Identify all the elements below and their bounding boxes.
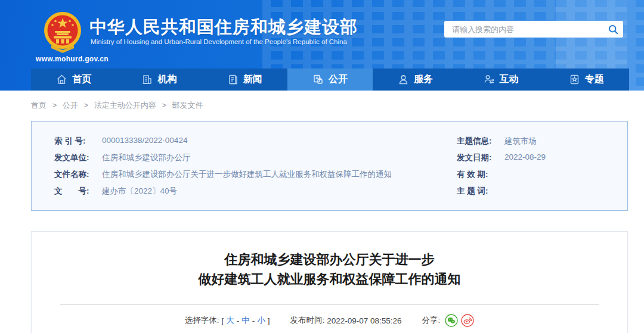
meta-label: 文件名称: — [54, 169, 98, 180]
search-box — [444, 21, 623, 38]
bracket-close: ] — [268, 316, 270, 325]
meta-value: 2022-08-29 — [504, 153, 546, 161]
document-meta-box: 索 引 号: 000013338/2022-00424 发文单位: 住房和城乡建… — [31, 121, 628, 211]
meta-row-document-name: 文件名称: 住房和城乡建设部办公厅关于进一步做好建筑工人就业服务和权益保障工作的… — [54, 169, 436, 186]
share-label: 分享: — [422, 315, 441, 326]
nav-label: 首页 — [72, 73, 91, 86]
breadcrumb-item-disclosure[interactable]: 公开 — [63, 101, 78, 110]
site-subtitle-english: Ministry of Housing and Urban-Rural Deve… — [91, 38, 347, 45]
interaction-icon — [484, 74, 495, 85]
meta-row-topic-info: 主题信息: 建筑市场 — [457, 136, 618, 153]
nav-item-disclosure[interactable]: 公开 — [287, 69, 373, 91]
meta-row-issue-date: 发文日期: 2022-08-29 — [457, 153, 618, 169]
article-toolbar: 选择字体: [ 大 - 中 - 小 ] 发布时间: 2022-09-07 08:… — [32, 314, 627, 327]
font-size-large-link[interactable]: 大 — [226, 315, 234, 326]
share-wechat-button[interactable] — [445, 314, 458, 327]
share-group: 分享: — [422, 314, 475, 327]
meta-column-left: 索 引 号: 000013338/2022-00424 发文单位: 住房和城乡建… — [54, 136, 436, 203]
nav-label: 专题 — [585, 73, 604, 86]
breadcrumb-separator: > — [162, 101, 166, 110]
nav-label: 公开 — [329, 73, 348, 86]
page: www.mohurd.gov.cn 中华人民共和国住房和城乡建设部 Minist… — [0, 0, 644, 333]
publish-time-label: 发布时间: — [290, 315, 324, 326]
meta-label: 索 引 号: — [54, 136, 98, 147]
search-input[interactable] — [444, 21, 603, 38]
nav-item-service[interactable]: 服务 — [373, 69, 458, 91]
publish-time: 发布时间: 2022-09-07 08:55:26 — [290, 315, 401, 326]
meta-column-right: 主题信息: 建筑市场 发文日期: 2022-08-29 有 效 期: 主 题 词… — [457, 136, 618, 203]
meta-label: 发文单位: — [54, 153, 98, 163]
publish-time-value: 2022-09-07 08:55:26 — [327, 316, 401, 325]
breadcrumb-item-statutory-disclosure[interactable]: 法定主动公开内容 — [94, 101, 156, 110]
nav-label: 服务 — [414, 73, 433, 86]
nav-item-organization[interactable]: 机构 — [116, 69, 202, 91]
article-title-line1: 住房和城乡建设部办公厅关于进一步 — [32, 250, 627, 269]
disclosure-icon — [312, 74, 324, 85]
title-divider — [60, 304, 599, 305]
meta-row-index-number: 索 引 号: 000013338/2022-00424 — [54, 136, 436, 153]
nav-item-topic[interactable]: 专题 — [544, 69, 629, 91]
meta-label: 文 号: — [54, 186, 98, 197]
meta-label: 主题信息: — [457, 136, 501, 147]
home-icon — [56, 74, 67, 85]
share-icons — [445, 314, 474, 327]
wechat-icon — [445, 314, 458, 327]
meta-label: 发文日期: — [457, 153, 501, 163]
article-title-line2: 做好建筑工人就业服务和权益保障工作的通知 — [32, 269, 627, 289]
meta-label: 有 效 期: — [457, 169, 501, 180]
breadcrumb: 首页 > 公开 > 法定主动公开内容 > 部发文件 — [31, 100, 203, 111]
font-selector-label: 选择字体: — [185, 315, 219, 326]
nav-label: 互动 — [500, 73, 519, 86]
share-weibo-button[interactable] — [461, 314, 474, 327]
meta-value: 住房和城乡建设部办公厅关于进一步做好建筑工人就业服务和权益保障工作的通知 — [102, 169, 392, 180]
breadcrumb-item-home[interactable]: 首页 — [31, 101, 47, 110]
font-size-small-link[interactable]: 小 — [257, 315, 265, 326]
meta-row-issuing-unit: 发文单位: 住房和城乡建设部办公厅 — [54, 153, 436, 169]
meta-label: 主 题 词: — [457, 186, 501, 197]
font-size-separator: - — [237, 316, 240, 325]
site-title: 中华人民共和国住房和城乡建设部 — [89, 15, 358, 39]
header-band: www.mohurd.gov.cn 中华人民共和国住房和城乡建设部 Minist… — [0, 0, 644, 91]
meta-value: 建办市〔2022〕40号 — [102, 186, 177, 197]
meta-value: 建筑市场 — [504, 136, 537, 147]
article-panel: 住房和城乡建设部办公厅关于进一步 做好建筑工人就业服务和权益保障工作的通知 选择… — [31, 231, 628, 333]
service-icon — [398, 74, 409, 85]
nav-label: 机构 — [157, 73, 177, 86]
nav-item-interaction[interactable]: 互动 — [458, 69, 543, 91]
meta-value: 住房和城乡建设部办公厅 — [102, 153, 191, 163]
site-url: www.mohurd.gov.cn — [36, 55, 109, 63]
search-icon — [608, 24, 618, 35]
breadcrumb-separator: > — [83, 101, 88, 110]
bracket-open: [ — [221, 316, 224, 325]
font-size-selector: 选择字体: [ 大 - 中 - 小 ] — [185, 315, 270, 326]
nav-item-home[interactable]: 首页 — [31, 69, 116, 91]
main-nav: 首页 机构 新闻 公开 — [31, 69, 629, 91]
organization-icon — [141, 74, 153, 85]
nav-label: 新闻 — [243, 73, 262, 86]
font-size-medium-link[interactable]: 中 — [242, 315, 250, 326]
meta-row-validity-period: 有 效 期: — [457, 169, 618, 186]
font-size-separator: - — [252, 316, 255, 325]
breadcrumb-item-ministry-documents[interactable]: 部发文件 — [172, 101, 203, 110]
topic-icon — [569, 74, 580, 85]
weibo-icon — [461, 314, 474, 327]
meta-row-document-number: 文 号: 建办市〔2022〕40号 — [54, 186, 436, 203]
meta-row-keywords: 主 题 词: — [457, 186, 618, 203]
article-title: 住房和城乡建设部办公厅关于进一步 做好建筑工人就业服务和权益保障工作的通知 — [32, 250, 627, 289]
search-button[interactable] — [603, 21, 623, 38]
news-icon — [227, 74, 239, 85]
nav-item-news[interactable]: 新闻 — [202, 69, 287, 91]
national-emblem-logo — [43, 11, 82, 54]
breadcrumb-separator: > — [52, 101, 57, 110]
meta-value: 000013338/2022-00424 — [102, 136, 187, 145]
